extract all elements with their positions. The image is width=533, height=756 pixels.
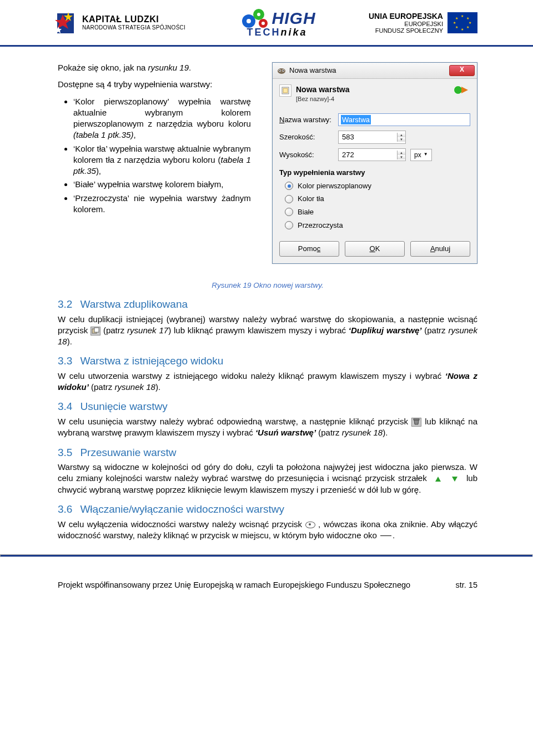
spin-down-icon[interactable]: ▼: [398, 137, 405, 142]
ht-bottom: TECH: [247, 27, 281, 38]
radio-white[interactable]: Białe: [285, 207, 470, 217]
close-button[interactable]: X: [449, 65, 475, 76]
eye-icon: [305, 522, 315, 528]
list-item: ‘Przezroczysta’ nie wypełnia warstwy żad…: [73, 193, 251, 216]
section-heading-3-5: 3.5Przesuwanie warstw: [58, 445, 477, 460]
page-footer: Projekt współfinansowany przez Unię Euro…: [0, 573, 533, 589]
page-number: str. 15: [456, 580, 478, 589]
chevron-down-icon: ▼: [424, 152, 428, 158]
ok-button[interactable]: OK: [345, 241, 405, 257]
section-heading-3-6: 3.6Włączanie/wyłączanie widoczności wars…: [58, 502, 477, 517]
spin-down-icon[interactable]: ▼: [398, 155, 405, 159]
svg-rect-16: [283, 88, 288, 93]
dialog-titlebar: Nowa warstwa X: [273, 63, 477, 79]
section-heading-3-3: 3.3Warstwa z istniejącego widoku: [58, 354, 477, 368]
unit-select[interactable]: px▼: [410, 149, 432, 161]
gimp-icon: [277, 67, 286, 74]
section-heading-3-4: 3.4Usunięcie warstwy: [58, 399, 477, 414]
preview-icon: [451, 84, 470, 96]
intro-p2: Dostępne są 4 tryby wypełnienia warstwy:: [58, 79, 251, 90]
section-3-5-body: Warstwy są widoczne w kolejności od góry…: [58, 462, 477, 495]
eu-line2: EUROPEJSKI: [369, 21, 443, 27]
radio-icon: [285, 208, 293, 216]
eu-line3: FUNDUSZ SPOŁECZNY: [369, 27, 443, 34]
section-3-2-body: W celu duplikacji istniejącej (wybranej)…: [58, 314, 477, 348]
svg-point-14: [283, 70, 284, 71]
layer-name-input[interactable]: Warstwa: [338, 113, 470, 127]
dialog-title: Nowa warstwa: [289, 66, 336, 76]
footer-text: Projekt współfinansowany przez Unię Euro…: [58, 580, 410, 589]
kl-subtitle: NARODOWA STRATEGIA SPÓJNOŚCI: [82, 24, 185, 31]
section-3-4-body: W celu usunięcia warstwy należy wybrać o…: [58, 416, 477, 439]
radio-icon: [285, 195, 293, 203]
kl-star-icon: [53, 9, 78, 37]
height-label: Wysokość:: [279, 150, 334, 160]
section-3-3-body: W celu utworzenia warstwy z istniejącego…: [58, 371, 477, 393]
radio-foreground[interactable]: Kolor pierwszoplanowy: [285, 181, 470, 191]
help-button[interactable]: Pomoc: [279, 241, 339, 257]
radio-background[interactable]: Kolor tła: [285, 194, 470, 204]
list-item: ‘Białe’ wypełnia warstwę kolorem białym,: [73, 179, 251, 190]
radio-icon: [285, 221, 293, 229]
radio-icon: [285, 182, 293, 190]
fill-type-section-label: Typ wypełnienia warstwy: [279, 168, 470, 178]
svg-rect-19: [414, 419, 419, 420]
arrow-down-icon: [452, 477, 457, 482]
svg-rect-18: [94, 328, 99, 332]
figure-caption: Rysunek 19 Okno nowej warstwy.: [58, 281, 477, 291]
fill-modes-list: ‘Kolor pierwszoplanowy’ wypełnia warstwę…: [58, 96, 251, 216]
svg-point-9: [262, 22, 265, 25]
eu-line1: UNIA EUROPEJSKA: [369, 12, 443, 21]
footer-separator: [0, 554, 533, 557]
width-label: Szerokość:: [279, 132, 334, 142]
ht-top: HIGH: [272, 9, 316, 28]
dialog-header-sub: [Bez nazwy]-4: [296, 95, 447, 103]
radio-transparent[interactable]: Przezroczysta: [285, 221, 470, 231]
trash-icon: [411, 418, 421, 427]
duplicate-layer-icon: [90, 327, 100, 336]
section-heading-3-2: 3.2Warstwa zduplikowana: [58, 297, 477, 312]
intro-p1: Pokaże się okno, jak na rysunku 19.: [58, 62, 251, 73]
cancel-button[interactable]: Anuluj: [410, 241, 470, 257]
list-item: ‘Kolor pierwszoplanowy’ wypełnia warstwę…: [73, 96, 251, 141]
kl-title: KAPITAŁ LUDZKI: [82, 14, 185, 24]
kapital-ludzki-logo: KAPITAŁ LUDZKI NARODOWA STRATEGIA SPÓJNO…: [53, 9, 185, 37]
new-layer-dialog: Nowa warstwa X Nowa warstwa [Bez nazwy]-…: [272, 62, 477, 264]
list-item: ‘Kolor tła’ wypełnia warstwę aktualnie w…: [73, 143, 251, 177]
spin-up-icon[interactable]: ▲: [398, 151, 405, 155]
eu-flag-icon: ★★ ★★ ★★ ★★: [447, 12, 477, 33]
eu-logo: UNIA EUROPEJSKA EUROPEJSKI FUNDUSZ SPOŁE…: [369, 12, 477, 34]
spin-up-icon[interactable]: ▲: [398, 133, 405, 137]
empty-eye-slot-icon: [380, 535, 391, 536]
page-header: KAPITAŁ LUDZKI NARODOWA STRATEGIA SPÓJNO…: [0, 0, 533, 43]
svg-point-10: [278, 68, 285, 74]
height-input[interactable]: 272 ▲▼: [338, 148, 406, 162]
svg-point-5: [247, 19, 251, 23]
section-3-6-body: W celu wyłączenia widoczności warstwy na…: [58, 519, 477, 542]
width-input[interactable]: 583 ▲▼: [338, 131, 406, 144]
arrow-up-icon: [435, 477, 441, 482]
layer-icon: [279, 84, 291, 97]
name-label: Nazwa warstwy:: [279, 115, 334, 125]
dialog-header-title: Nowa warstwa: [296, 84, 447, 95]
svg-point-7: [257, 13, 260, 16]
svg-point-13: [279, 70, 280, 71]
hightechnika-logo: HIGH TECHnika: [239, 7, 316, 38]
